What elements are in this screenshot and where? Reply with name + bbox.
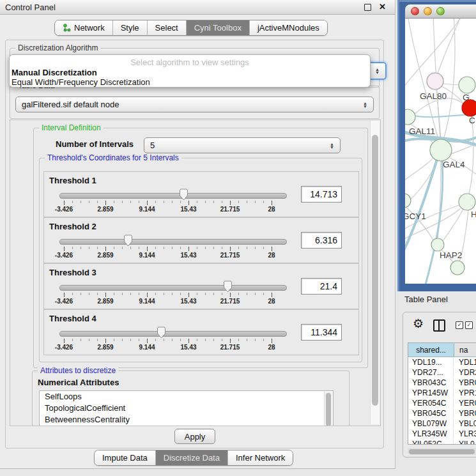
slider-tick-label: -3.426: [50, 344, 78, 351]
slider-tick: [97, 339, 98, 341]
slider-tick: [247, 293, 247, 295]
tab-style[interactable]: Style: [112, 20, 147, 35]
slider-tick: [230, 201, 231, 205]
slider-tick: [130, 201, 131, 203]
threshold-value-field[interactable]: 14.713: [301, 186, 342, 203]
slider-handle[interactable]: [157, 326, 166, 339]
attribute-list-item[interactable]: SelfLoops: [40, 391, 333, 403]
network-node[interactable]: [450, 261, 464, 275]
network-canvas[interactable]: GAL80G.CGAL11GAL4GCY1HHAP2: [405, 19, 476, 284]
network-node[interactable]: [405, 109, 415, 125]
network-node[interactable]: [459, 77, 475, 93]
slider-track[interactable]: [59, 193, 287, 199]
table-row[interactable]: YBR045CYBR0: [408, 408, 476, 418]
network-edge: [443, 19, 455, 140]
slider-tick: [255, 293, 256, 295]
float-window-icon[interactable]: [364, 4, 371, 11]
column-header-name[interactable]: na: [454, 343, 476, 357]
threshold-value-field[interactable]: 6.316: [301, 232, 342, 249]
tab-label: Select: [155, 23, 178, 33]
table-row[interactable]: YLR345WYLR3: [408, 429, 476, 439]
algorithm-option[interactable]: Manual Discretization: [10, 68, 370, 77]
slider-tick: [130, 339, 131, 341]
tab-jactivemnodules[interactable]: jActiveMNodules: [249, 20, 327, 35]
slider-tick: [213, 293, 214, 295]
columns-icon[interactable]: [433, 319, 445, 332]
slider-tick: [205, 339, 206, 341]
slider-tick: [197, 201, 197, 203]
algorithm-option[interactable]: Equal Width/Frequency Discretization: [10, 77, 370, 87]
table-row[interactable]: YDL19...YDL1: [408, 357, 476, 367]
network-node[interactable]: [427, 73, 443, 89]
slider-tick: [89, 201, 89, 203]
slider-tick: [180, 293, 181, 295]
attributes-scrollbar[interactable]: [324, 392, 332, 426]
attribute-list-item[interactable]: TopologicalCoefficient: [40, 403, 333, 414]
network-node[interactable]: [459, 194, 475, 210]
slider-tick: [197, 293, 197, 295]
attribute-list-item[interactable]: BetweennessCentrality: [40, 414, 333, 426]
algorithm-placeholder-option[interactable]: Select algorithm to view settings: [10, 55, 370, 68]
network-icon: [63, 24, 71, 32]
slider-track[interactable]: [59, 239, 287, 245]
bottom-tab-discretize-data[interactable]: Discretize Data: [155, 450, 227, 465]
table-row[interactable]: YDR27...YDR2: [408, 367, 476, 378]
table-horizontal-scrollbar[interactable]: [408, 448, 476, 455]
settings-vertical-scrollbar[interactable]: [370, 121, 380, 424]
slider-handle[interactable]: [223, 280, 233, 293]
tab-select[interactable]: Select: [147, 20, 186, 35]
table-row[interactable]: YBL079WYBL0: [408, 418, 476, 429]
slider-tick-label: 2.859: [91, 206, 119, 213]
slider-tick-label: 21.715: [216, 252, 244, 259]
network-edge: [406, 159, 438, 203]
slider-tick: [238, 201, 239, 203]
close-icon[interactable]: ✕: [379, 3, 386, 11]
network-node[interactable]: [431, 238, 444, 251]
slider-tick: [213, 339, 214, 341]
slider-tick: [172, 293, 173, 295]
tab-network[interactable]: Network: [55, 20, 112, 35]
close-traffic-light-icon[interactable]: [411, 7, 419, 15]
slider-tick-label: -3.426: [50, 298, 78, 305]
slider-track[interactable]: [59, 331, 287, 337]
slider-tick: [230, 339, 231, 343]
number-of-intervals-combobox[interactable]: 5 ▲▼: [144, 137, 341, 153]
network-node[interactable]: [430, 139, 452, 161]
table-data-combobox[interactable]: galFiltered.sif default node ▲▼: [15, 96, 374, 112]
table-row[interactable]: YER054CYER0: [408, 398, 476, 408]
network-node[interactable]: [405, 194, 411, 208]
cell-name: YIL0: [454, 440, 476, 444]
window-title: Control Panel: [0, 3, 56, 12]
slider-handle[interactable]: [123, 234, 133, 247]
slider-tick-label: 21.715: [216, 206, 244, 213]
cyni-toolbox-panel: Discretization Algorithm ▲▼ Select algor…: [5, 40, 384, 449]
minimize-traffic-light-icon[interactable]: [424, 7, 432, 15]
slider-tick: [139, 247, 139, 249]
checkboxes-icon[interactable]: ✓ ✓: [456, 321, 473, 329]
table-row[interactable]: YPR145WYPR1: [408, 388, 476, 398]
network-edge-highlighted: [426, 161, 443, 284]
bottom-tab-impute-data[interactable]: Impute Data: [95, 450, 155, 465]
slider-tick: [164, 293, 164, 295]
column-header-shared-name[interactable]: shared...: [408, 343, 454, 357]
slider-tick-label: 2.859: [91, 298, 119, 305]
discretization-algorithm-label: Discretization Algorithm: [15, 43, 100, 52]
interval-definition-group: Interval Definition Number of Intervals …: [33, 128, 368, 368]
table-row[interactable]: YIL052CYIL0: [408, 439, 476, 444]
threshold-value-field[interactable]: 11.344: [301, 324, 342, 341]
table-row[interactable]: YBR043CYBR0: [408, 378, 476, 388]
slider-tick: [64, 247, 65, 251]
numerical-attributes-label: Numerical Attributes: [38, 378, 119, 387]
zoom-traffic-light-icon[interactable]: [436, 7, 445, 15]
tab-cyni-toolbox[interactable]: Cyni Toolbox: [186, 20, 249, 35]
threshold-value-field[interactable]: 21.4: [301, 278, 342, 295]
bottom-tab-infer-network[interactable]: Infer Network: [227, 450, 293, 465]
cell-shared-name: YER054C: [408, 399, 454, 408]
slider-tick: [147, 201, 148, 205]
network-node[interactable]: [462, 100, 476, 116]
slider-track[interactable]: [59, 285, 287, 291]
gear-icon[interactable]: ⚙: [413, 318, 424, 330]
slider-handle[interactable]: [179, 188, 188, 201]
slider-tick-label: 9.144: [133, 344, 161, 351]
apply-button[interactable]: Apply: [174, 429, 215, 444]
